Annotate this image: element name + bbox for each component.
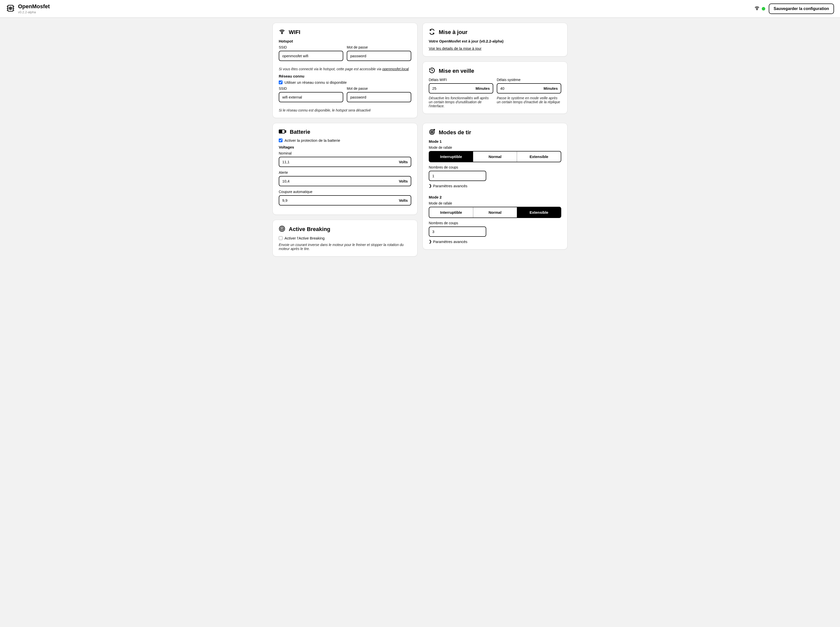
mode2-seg-normal[interactable]: Normal: [473, 207, 517, 217]
chip-icon: [6, 4, 15, 14]
ab-title: Active Breaking: [289, 226, 330, 233]
battery-protect-checkbox[interactable]: [279, 139, 282, 142]
battery-icon: [279, 129, 286, 135]
fire-title: Modes de tir: [439, 129, 471, 136]
logo-section: OpenMosfet v0.2.2-alpha: [6, 4, 50, 14]
sleep-system-unit: Minutes: [544, 86, 558, 90]
mode1-seg-normal[interactable]: Normal: [473, 151, 517, 162]
ab-enable-row[interactable]: Activer l'Active Breaking: [279, 236, 411, 240]
svg-point-2: [10, 8, 11, 9]
sleep-system-label: Délais système: [497, 78, 561, 82]
nominal-label: Nominal: [279, 151, 411, 155]
mode1-heading: Mode 1: [429, 139, 561, 143]
mode2-shots-label: Nombres de coups: [429, 221, 561, 225]
cutoff-unit: Volts: [399, 198, 408, 203]
ab-hint: Envoie un courant inverse dans le moteur…: [279, 243, 411, 251]
mode2-advanced-toggle[interactable]: ❯ Paramètres avancés: [429, 239, 561, 244]
cutoff-input-group[interactable]: Volts: [279, 195, 411, 205]
save-config-button[interactable]: Sauvegarder la configuration: [769, 3, 834, 14]
mode1-shots-label: Nombres de coups: [429, 165, 561, 169]
hotspot-ssid-input[interactable]: [279, 51, 343, 61]
svg-point-9: [756, 9, 757, 10]
mode1-burst-label: Mode de rafale: [429, 145, 561, 150]
mode2-seg-interruptible[interactable]: Interruptible: [429, 207, 473, 217]
battery-card: Batterie Activer la protection de la bat…: [273, 123, 418, 215]
mode1-seg-extensible[interactable]: Extensible: [517, 151, 561, 162]
mode1-shots-input[interactable]: [429, 171, 486, 181]
mode1-advanced-toggle[interactable]: ❯ Paramètres avancés: [429, 183, 561, 188]
voltages-heading: Voltages: [279, 145, 411, 149]
cutoff-label: Coupure automatique: [279, 190, 411, 194]
ab-enable-checkbox[interactable]: [279, 236, 282, 240]
update-title: Mise à jour: [439, 29, 468, 36]
hotspot-ssid-label: SSID: [279, 45, 343, 49]
mode2-burst-segmented: Interruptible Normal Extensible: [429, 207, 561, 218]
known-password-input[interactable]: [347, 92, 411, 102]
sleep-card: Mise en veille Délais WIFI Minutes Désac…: [422, 61, 567, 114]
hotspot-password-label: Mot de passe: [347, 45, 411, 49]
svg-text:AB: AB: [281, 228, 283, 230]
sync-icon: [429, 28, 435, 36]
sleep-wifi-unit: Minutes: [476, 86, 490, 90]
sleep-wifi-input-group[interactable]: Minutes: [429, 83, 493, 93]
battery-protect-label: Activer la protection de la batterie: [285, 138, 340, 142]
use-known-label: Utiliser un réseau connu si disponible: [285, 80, 347, 85]
alert-label: Alerte: [279, 170, 411, 175]
known-network-heading: Réseau connu: [279, 74, 411, 78]
nominal-input[interactable]: [282, 160, 358, 164]
chevron-right-icon: ❯: [429, 183, 432, 188]
alert-unit: Volts: [399, 179, 408, 183]
sleep-system-input-group[interactable]: Minutes: [497, 83, 561, 93]
wifi-icon: [754, 5, 760, 12]
fire-modes-card: Modes de tir Mode 1 Mode de rafale Inter…: [422, 123, 567, 249]
sleep-title: Mise en veille: [439, 68, 474, 74]
sleep-system-input[interactable]: [500, 86, 535, 90]
battery-protect-row[interactable]: Activer la protection de la batterie: [279, 138, 411, 142]
mode2-burst-label: Mode de rafale: [429, 201, 561, 205]
ab-icon: AB: [279, 225, 285, 233]
battery-title: Batterie: [290, 129, 310, 135]
app-title: OpenMosfet: [18, 4, 50, 9]
sleep-wifi-label: Délais WIFI: [429, 78, 493, 82]
app-version: v0.2.2-alpha: [18, 10, 50, 14]
known-ssid-input[interactable]: [279, 92, 343, 102]
svg-rect-13: [279, 130, 282, 132]
hotspot-hint: Si vous êtes connecté via le hotspot, ce…: [279, 67, 411, 71]
chevron-right-icon: ❯: [429, 239, 432, 244]
mode1-seg-interruptible[interactable]: Interruptible: [429, 151, 473, 162]
svg-point-10: [282, 33, 282, 34]
active-breaking-card: AB Active Breaking Activer l'Active Brea…: [273, 220, 418, 257]
mode2-heading: Mode 2: [429, 195, 561, 199]
hotspot-password-input[interactable]: [347, 51, 411, 61]
svg-rect-12: [285, 131, 286, 132]
known-password-label: Mot de passe: [347, 87, 411, 90]
update-details-link[interactable]: Voir les details de la mise à jour: [429, 46, 482, 50]
wifi-card: WIFI Hotspot SSID Mot de passe Si vous ê…: [273, 23, 418, 118]
mode2-seg-extensible[interactable]: Extensible: [517, 207, 561, 217]
update-card: Mise à jour Votre OpenMosfet est à jour …: [422, 23, 567, 57]
alert-input-group[interactable]: Volts: [279, 176, 411, 186]
cutoff-input[interactable]: [282, 198, 358, 203]
svg-point-19: [432, 131, 432, 132]
alert-input[interactable]: [282, 179, 358, 183]
known-ssid-label: SSID: [279, 87, 343, 90]
ab-enable-label: Activer l'Active Breaking: [285, 236, 325, 240]
hotspot-heading: Hotspot: [279, 39, 411, 43]
wifi-icon: [279, 28, 285, 36]
mode1-burst-segmented: Interruptible Normal Extensible: [429, 151, 561, 162]
use-known-checkbox-row[interactable]: Utiliser un réseau connu si disponible: [279, 80, 411, 85]
sleep-wifi-hint: Désactive les fonctionnalités wifi après…: [429, 96, 493, 108]
update-status: Votre OpenMosfet est à jour (v0.2.2-alph…: [429, 39, 561, 43]
sleep-wifi-input[interactable]: [432, 86, 467, 90]
connection-status: [754, 5, 765, 12]
use-known-checkbox[interactable]: [279, 80, 282, 84]
history-icon: [429, 67, 435, 75]
nominal-input-group[interactable]: Volts: [279, 157, 411, 167]
sleep-system-hint: Passe le système en mode veille après un…: [497, 96, 561, 104]
hotspot-local-link[interactable]: openmosfet.local: [382, 67, 409, 71]
target-icon: [429, 129, 435, 136]
status-dot-icon: [762, 7, 765, 11]
mode2-shots-input[interactable]: [429, 227, 486, 237]
wifi-title: WIFI: [289, 29, 300, 36]
known-hint: Si le réseau connu est disponible, le ho…: [279, 108, 411, 112]
